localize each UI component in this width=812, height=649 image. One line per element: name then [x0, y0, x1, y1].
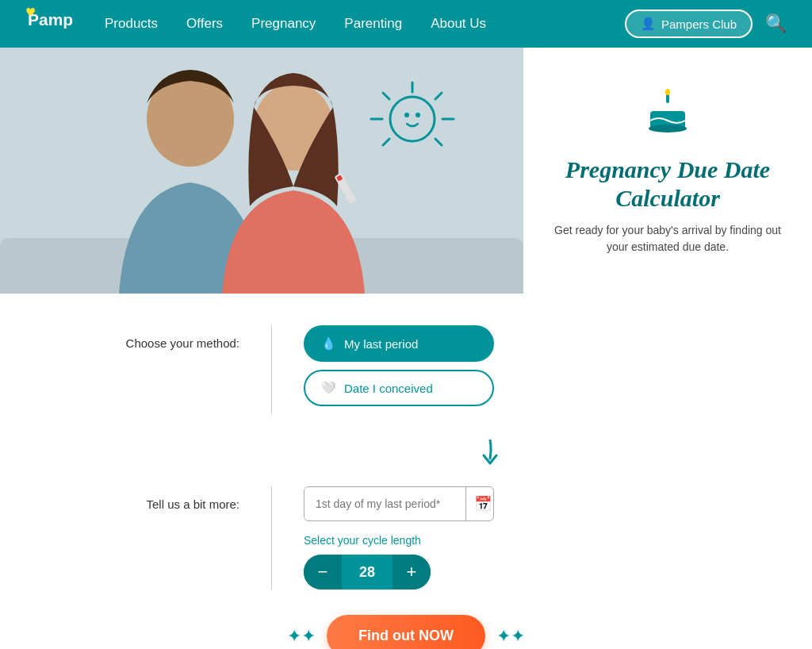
- drop-icon: 💧: [321, 336, 336, 351]
- hero-subtitle: Get ready for your baby's arrival by fin…: [549, 222, 787, 255]
- hero-title: Pregnancy Due Date Calculator: [549, 156, 787, 213]
- nav-item-about[interactable]: About Us: [431, 16, 486, 32]
- nav-item-parenting[interactable]: Parenting: [344, 16, 402, 32]
- spark-left-icon: ✦✦: [287, 626, 316, 647]
- navigation: Pampers Products Offers Pregnancy Parent…: [0, 0, 812, 48]
- divider: [271, 325, 272, 414]
- find-out-row: ✦✦ Find out NOW ✦✦: [65, 615, 747, 649]
- hero-image: [0, 48, 523, 294]
- find-out-button[interactable]: Find out NOW: [327, 615, 485, 649]
- pampers-club-button[interactable]: 👤 Pampers Club: [625, 10, 753, 38]
- arrow-down-icon: [479, 440, 501, 474]
- calculator-section: Choose your method: 💧 My last period 🤍 D…: [49, 294, 763, 649]
- person-icon: 👤: [641, 17, 656, 31]
- hero-right: Pregnancy Due Date Calculator Get ready …: [523, 48, 812, 294]
- calendar-icon: 📅: [474, 496, 492, 512]
- method-label: Choose your method:: [65, 325, 239, 350]
- svg-point-20: [649, 125, 687, 132]
- method-options: 💧 My last period 🤍 Date I conceived: [304, 325, 747, 414]
- svg-point-9: [416, 113, 420, 117]
- increment-button[interactable]: +: [393, 555, 431, 589]
- calendar-icon-button[interactable]: 📅: [465, 487, 494, 520]
- method-conceived-button[interactable]: 🤍 Date I conceived: [304, 370, 494, 406]
- nav-item-products[interactable]: Products: [105, 16, 158, 32]
- heart-icon: 🤍: [321, 381, 336, 395]
- search-button[interactable]: 🔍: [765, 13, 787, 34]
- method-row: Choose your method: 💧 My last period 🤍 D…: [65, 325, 747, 414]
- details-row: Tell us a bit more: 📅 Select your cycle …: [65, 486, 747, 589]
- date-input-wrapper: 📅: [304, 486, 494, 521]
- spark-right-icon: ✦✦: [496, 626, 525, 647]
- details-content: 📅 Select your cycle length − 28 +: [304, 486, 747, 589]
- method-last-period-button[interactable]: 💧 My last period: [304, 325, 494, 362]
- date-input[interactable]: [304, 488, 465, 520]
- search-icon: 🔍: [765, 13, 787, 33]
- hero-section: Pregnancy Due Date Calculator Get ready …: [0, 48, 812, 294]
- cycle-label: Select your cycle length: [304, 534, 747, 547]
- decrement-button[interactable]: −: [304, 555, 342, 589]
- svg-point-18: [665, 89, 670, 95]
- nav-item-pregnancy[interactable]: Pregnancy: [251, 16, 316, 32]
- nav-right: 👤 Pampers Club 🔍: [625, 10, 787, 38]
- svg-text:Pampers: Pampers: [28, 10, 73, 29]
- logo[interactable]: Pampers: [25, 7, 73, 40]
- svg-point-8: [404, 113, 409, 117]
- divider2: [271, 486, 272, 589]
- cycle-stepper: − 28 +: [304, 555, 431, 589]
- nav-item-offers[interactable]: Offers: [186, 16, 223, 32]
- cake-icon: [642, 86, 693, 146]
- nav-links: Products Offers Pregnancy Parenting Abou…: [105, 16, 625, 32]
- more-label: Tell us a bit more:: [65, 486, 239, 511]
- cycle-value: 28: [342, 564, 393, 581]
